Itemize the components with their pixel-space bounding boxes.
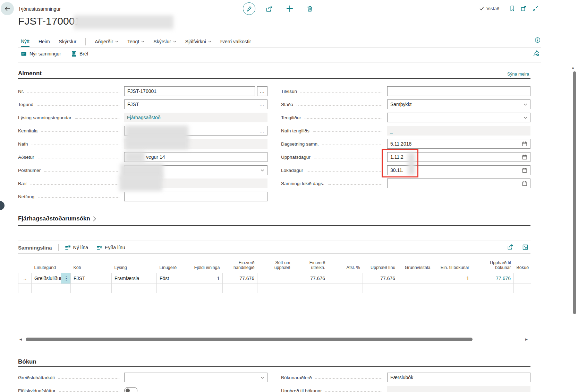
col-header[interactable]: Línugerð (157, 254, 188, 273)
greidsluhattarkoti-select[interactable] (124, 373, 267, 382)
col-header[interactable]: Grunnvísitala (398, 254, 433, 273)
cell-fjoldi-eininga[interactable]: 1 (188, 273, 223, 284)
upphafsdagur-input[interactable]: 1.11.2 (387, 152, 530, 162)
section-title-bokun[interactable]: Bókun (18, 358, 36, 365)
share-icon[interactable] (507, 244, 514, 251)
tilvisun-input[interactable] (387, 86, 530, 96)
vertical-scrollbar-thumb[interactable] (573, 71, 576, 314)
side-panel-handle[interactable] (0, 201, 5, 210)
field-row-kennitala: Kennitala ... (18, 126, 267, 136)
tab-skyrslur[interactable]: Skýrslur (59, 36, 77, 47)
tengilidur-select[interactable] (387, 113, 530, 122)
netfang-input[interactable] (124, 192, 267, 201)
cell-afsl-pct[interactable] (328, 273, 363, 284)
cell-ein-til-bokunar[interactable]: 1 (433, 273, 472, 284)
col-header[interactable]: Fjöldi eininga (188, 254, 223, 273)
open-in-excel-icon[interactable] (522, 244, 528, 251)
col-header[interactable]: Ein.verð handslegið (223, 254, 257, 273)
tab-adgerdir[interactable]: Aðgerðir (95, 36, 118, 47)
section-title-fjarhagsadstodarumsokn[interactable]: Fjárhagsaðstoðarumsókn (18, 215, 96, 222)
horizontal-scrollbar-thumb[interactable] (26, 338, 473, 341)
fjolskylduafslattur-toggle[interactable] (124, 387, 137, 392)
lokadagur-input[interactable]: 30.11. (387, 165, 530, 175)
collapse-icon[interactable] (532, 6, 538, 13)
chevron-right-icon (93, 216, 96, 221)
cell-grunnvisitala[interactable] (398, 273, 433, 284)
col-header[interactable]: Afsl. % (328, 254, 363, 273)
calendar-icon[interactable] (522, 141, 527, 147)
stada-select[interactable]: Samþykkt (387, 99, 530, 109)
col-header[interactable]: Kóti (71, 254, 112, 273)
back-arrow-icon[interactable] (1, 2, 14, 15)
tab-heim[interactable]: Heim (39, 36, 50, 47)
scroll-right-arrow[interactable]: ▶ (525, 338, 528, 341)
info-icon[interactable] (534, 37, 541, 45)
letter-button[interactable]: Bréf (71, 51, 88, 57)
section-title-almennt[interactable]: Almennt (18, 70, 42, 77)
redacted-blur (119, 176, 162, 191)
tab-tengt[interactable]: Tengt (127, 36, 144, 47)
chevron-down-icon[interactable] (261, 376, 264, 379)
cell-koti[interactable]: FJST (71, 273, 112, 284)
kennitala-input[interactable]: ... (124, 126, 267, 136)
col-header[interactable]: Línutegund (32, 254, 61, 273)
new-line-button[interactable]: Ný lína (65, 245, 88, 251)
tab-nytt[interactable]: Nýtt (21, 36, 29, 47)
samningi-lokid-dags-input[interactable] (387, 178, 530, 188)
calendar-icon[interactable] (522, 181, 527, 186)
calendar-icon[interactable] (522, 154, 527, 160)
delete-icon[interactable] (306, 5, 313, 14)
tegund-input[interactable]: FJST... (124, 99, 267, 109)
share-icon[interactable] (266, 5, 273, 14)
bookmark-icon[interactable] (509, 5, 516, 13)
back-button[interactable] (1, 2, 14, 15)
delete-line-button[interactable]: Eyða línu (96, 245, 125, 251)
col-header[interactable]: Ein.verð útreikn. (293, 254, 328, 273)
show-more-link[interactable]: Sýna meira (507, 72, 529, 77)
tegund-assist-edit-button[interactable]: ... (260, 102, 264, 107)
row-options-button[interactable]: ⋮ (61, 273, 71, 284)
edit-button[interactable] (243, 2, 255, 15)
table-row-empty[interactable] (18, 284, 531, 293)
field-row-dagsetning-samn: Dagsetning samn. 5.11.2018 (281, 139, 530, 149)
cell-linugerd[interactable]: Föst (157, 273, 188, 284)
unpin-icon[interactable] (533, 50, 539, 58)
chevron-down-icon[interactable] (524, 103, 527, 106)
nr-input[interactable]: FJST-170001 (124, 86, 255, 96)
cell-linutegund[interactable]: Greiðsluliður (32, 273, 61, 284)
postnumer-input[interactable] (124, 165, 267, 175)
calendar-icon[interactable] (522, 167, 527, 173)
add-icon[interactable] (286, 5, 294, 14)
col-header[interactable]: Upphæð til bókunar (472, 254, 514, 273)
chevron-down-icon[interactable] (524, 116, 527, 119)
scroll-up-arrow[interactable]: ▲ (571, 66, 575, 69)
col-header[interactable]: Bókuð (514, 254, 531, 273)
pencil-icon[interactable] (243, 2, 255, 15)
tab-skyrslur-2[interactable]: Skýrslur (153, 36, 176, 47)
cell-sott-um-upphaed[interactable] (257, 273, 293, 284)
tab-faerri-valkostir[interactable]: Færri valkostir (220, 36, 251, 47)
chevron-down-icon[interactable] (261, 169, 264, 172)
bokunaradferd-input[interactable]: Færslubók (387, 373, 530, 382)
dagsetning-samn-input[interactable]: 5.11.2018 (387, 139, 530, 149)
cell-upphaed-til-bokunar[interactable]: 77.676 (472, 273, 514, 284)
nr-assist-edit-button[interactable]: ... (257, 86, 267, 96)
table-row[interactable]: → Greiðsluliður ⋮ FJST Framfærsla Föst 1… (18, 273, 531, 284)
col-header[interactable]: Lýsing (112, 254, 157, 273)
new-contract-button[interactable]: Nýr samningur (21, 51, 61, 57)
col-header[interactable]: Sótt um upphæð (257, 254, 293, 273)
open-in-window-icon[interactable] (520, 5, 527, 13)
cell-einverd-handslegid[interactable]: 77.676 (223, 273, 257, 284)
delete-line-icon (96, 245, 102, 251)
scroll-left-arrow[interactable]: ◀ (19, 338, 22, 341)
col-header[interactable]: Ein. til bókunar (433, 254, 472, 273)
horizontal-scrollbar[interactable]: ◀ ▶ (18, 337, 530, 341)
tab-sjalfvirkni[interactable]: Sjálfvirkni (185, 36, 211, 47)
cell-lysing[interactable]: Framfærsla (112, 273, 157, 284)
adsetur-input[interactable]: vegur 14 (124, 152, 267, 162)
cell-upphaed-linu[interactable]: 77.676 (363, 273, 398, 284)
cell-einverd-utreikn[interactable]: 77.676 (293, 273, 328, 284)
cell-bokud[interactable] (514, 273, 531, 284)
kennitala-assist-edit-button[interactable]: ... (260, 128, 264, 133)
col-header[interactable]: Upphæð línu (363, 254, 398, 273)
